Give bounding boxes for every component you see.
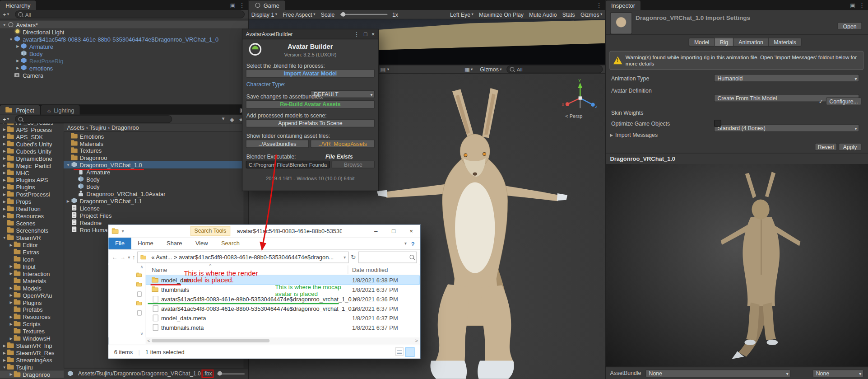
- up-icon[interactable]: ↑: [132, 254, 135, 261]
- folder-tree-item[interactable]: ▶ RealToon: [0, 205, 64, 212]
- expand-arrow-icon[interactable]: ▶: [8, 243, 14, 247]
- import-tab[interactable]: Materials: [769, 37, 802, 47]
- expand-arrow-icon[interactable]: ▶: [2, 358, 7, 362]
- ribbon-tab[interactable]: Share: [160, 238, 189, 249]
- project-search-input[interactable]: [15, 115, 172, 123]
- expand-arrow-icon[interactable]: ▼: [2, 365, 7, 369]
- asset-row[interactable]: Body: [64, 176, 244, 183]
- expand-arrow-icon[interactable]: ▶: [15, 44, 20, 48]
- tab-inspector[interactable]: Inspector: [606, 0, 641, 10]
- folder-tree-item[interactable]: ▶ StreamingAss: [0, 356, 64, 364]
- forward-icon[interactable]: →: [120, 254, 126, 261]
- builder-close-icon[interactable]: ×: [371, 31, 375, 37]
- folder-tree-item[interactable]: ▶ Cubed's Unity: [0, 140, 64, 147]
- folder-tree-item[interactable]: ▶ Plugins: [0, 299, 64, 306]
- skin-weights-dropdown[interactable]: Standard (4 Bones): [714, 124, 859, 132]
- expand-arrow-icon[interactable]: ▼: [2, 235, 7, 239]
- tab-game[interactable]: Game: [249, 0, 285, 10]
- expand-arrow-icon[interactable]: ▶: [8, 293, 14, 297]
- hierarchy-item[interactable]: Directional Light: [0, 28, 248, 36]
- refresh-icon[interactable]: ↻: [351, 253, 356, 261]
- scene-tools-icon[interactable]: ▤: [381, 66, 386, 72]
- folder-tree-item[interactable]: ▶ APS_Process: [0, 126, 64, 133]
- scale-slider[interactable]: [339, 14, 387, 15]
- mute-audio-toggle[interactable]: Mute Audio: [526, 11, 560, 17]
- ribbon-tab[interactable]: View: [189, 238, 214, 249]
- scene-shading-icon[interactable]: ▦: [464, 66, 470, 72]
- folder-tree-item[interactable]: ▶ Dragonroo: [0, 370, 64, 378]
- ribbon-collapse-icon[interactable]: ▾: [400, 241, 411, 246]
- expand-arrow-icon[interactable]: ▶: [2, 206, 7, 211]
- expand-arrow-icon[interactable]: ▶: [2, 192, 7, 197]
- explorer-search-field[interactable]: [358, 251, 417, 263]
- open-button[interactable]: Open: [838, 22, 862, 30]
- folder-tree-item[interactable]: ▶ PostProcessi: [0, 191, 64, 198]
- scene-gizmos-dropdown[interactable]: Gizmos▾: [477, 66, 505, 72]
- expand-arrow-icon[interactable]: ▶: [8, 372, 14, 377]
- hierarchy-item[interactable]: Body: [0, 50, 248, 57]
- expand-arrow-icon[interactable]: ▶: [8, 285, 14, 290]
- expand-arrow-icon[interactable]: ▶: [2, 178, 7, 182]
- nav-scroll-up-icon[interactable]: ∧: [140, 264, 143, 269]
- scroll-left-icon[interactable]: <: [146, 338, 152, 343]
- hierarchy-item[interactable]: ▶ emotions: [0, 64, 248, 71]
- minimize-icon[interactable]: –: [367, 225, 385, 237]
- horizontal-scrollbar[interactable]: < >: [146, 337, 420, 344]
- folder-tree-item[interactable]: ▶ MHC: [0, 169, 64, 176]
- blender-path-field[interactable]: C:\Program Files\Blender Founda: [246, 161, 330, 168]
- asset-row[interactable]: ▼ Dragonroo_VRChat_1.0: [64, 161, 244, 168]
- perspective-label[interactable]: < Persp: [565, 113, 582, 119]
- display-dropdown[interactable]: Display 1▾: [249, 11, 280, 17]
- expand-arrow-icon[interactable]: ▶: [8, 314, 14, 319]
- tab-lighting[interactable]: ☼Lighting: [41, 105, 79, 115]
- ribbon-tab[interactable]: Search: [214, 238, 246, 249]
- expand-arrow-icon[interactable]: ▶: [2, 170, 7, 175]
- scene-shading-caret[interactable]: ▾: [471, 67, 473, 71]
- file-row[interactable]: thumbnails 1/8/2021 6:37 PM: [146, 285, 420, 294]
- maximize-icon[interactable]: □: [385, 225, 402, 237]
- folder-tree-item[interactable]: ▶ DynamicBone: [0, 154, 64, 162]
- search-by-type-icon[interactable]: ▼: [221, 116, 226, 122]
- file-row[interactable]: model_data 1/8/2021 6:38 PM: [146, 276, 420, 285]
- append-prefabs-button[interactable]: Append Prefabs To Scene: [246, 119, 375, 127]
- asset-row[interactable]: Materials: [64, 140, 244, 147]
- open-assetbundles-folder-button[interactable]: ../Assetbundles: [246, 140, 309, 148]
- expand-arrow-icon[interactable]: ▶: [2, 127, 7, 131]
- folder-tree-item[interactable]: ▶ Props: [0, 198, 64, 205]
- expand-arrow-icon[interactable]: ▶: [15, 58, 20, 63]
- folder-tree-item[interactable]: ▶ SteamVR_Inp: [0, 342, 64, 349]
- builder-menu-kebab-icon[interactable]: ⋮: [354, 31, 359, 37]
- folder-tree-item[interactable]: ▶ WindowsH: [0, 335, 64, 342]
- expand-arrow-icon[interactable]: ▶: [8, 264, 14, 268]
- expand-arrow-icon[interactable]: ▶: [2, 134, 7, 139]
- asset-row[interactable]: Project Files: [64, 211, 244, 219]
- folder-tree-item[interactable]: ▶ OpenVRAu: [0, 291, 64, 299]
- folder-tree-item[interactable]: Scenes: [0, 220, 64, 227]
- expand-arrow-icon[interactable]: ▼: [65, 163, 71, 167]
- hierarchy-item[interactable]: ▶ Armature: [0, 42, 248, 50]
- model-preview-pane[interactable]: [606, 164, 868, 367]
- expand-arrow-icon[interactable]: ▶: [2, 149, 7, 153]
- folder-tree-item[interactable]: ▶ Input: [0, 262, 64, 270]
- asset-row[interactable]: Emotions: [64, 132, 244, 140]
- game-menu-kebab-icon[interactable]: ⋮: [596, 2, 602, 8]
- hierarchy-item[interactable]: Camera: [0, 71, 248, 79]
- animation-type-dropdown[interactable]: Humanoid: [714, 74, 859, 82]
- expand-arrow-icon[interactable]: ▶: [2, 214, 7, 218]
- asset-row[interactable]: Dragonroo_VRChat_1.0Avatar: [64, 190, 244, 197]
- expand-arrow-icon[interactable]: ▶: [2, 141, 7, 146]
- search-by-label-icon[interactable]: ◆: [230, 116, 234, 122]
- asset-row[interactable]: Textures: [64, 147, 244, 154]
- expand-arrow-icon[interactable]: ▶: [8, 336, 14, 341]
- asset-row[interactable]: ▶ Dragonroo_VRChat_1.1: [64, 197, 244, 205]
- folder-tree-item[interactable]: ▶ Scripts: [0, 320, 64, 328]
- assetbundle-variant-dropdown[interactable]: None: [812, 369, 863, 377]
- project-create-button[interactable]: +▾: [0, 116, 12, 122]
- folder-tree-item[interactable]: ▶ Cubeds-Unity: [0, 147, 64, 154]
- folder-tree-item[interactable]: ▶ Magic_Particl: [0, 162, 64, 169]
- expand-arrow-icon[interactable]: ▶: [2, 163, 7, 168]
- hierarchy-item[interactable]: ▼ avatar$41ac54f8-0083-461e-88b0-5353046…: [0, 35, 248, 42]
- expand-arrow-icon[interactable]: ▶: [2, 185, 7, 189]
- tab-hierarchy[interactable]: Hierarchy: [0, 0, 36, 10]
- list-view-toggle-icon[interactable]: [395, 347, 404, 355]
